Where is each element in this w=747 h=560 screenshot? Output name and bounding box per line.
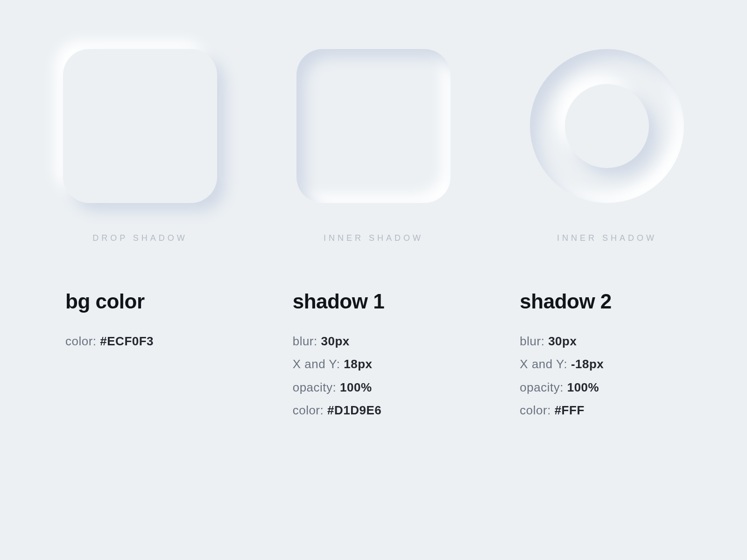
shape-example-pressed [294,47,453,205]
neumorphism-spec-sheet: DROP SHADOW INNER SHADOW INNER SHADOW bg… [0,0,747,560]
spec-shadow-2: shadow 2 blur: 30px X and Y: -18px opaci… [520,290,700,422]
spec-s1-xy: X and Y: 18px [293,353,473,376]
raised-square [63,49,217,203]
spec-label: opacity: [520,380,567,394]
spec-s2-color: color: #FFF [520,399,700,422]
shape-row: DROP SHADOW INNER SHADOW INNER SHADOW [47,47,700,243]
spec-value: #D1D9E6 [327,403,381,417]
drop-shadow-column: DROP SHADOW [47,47,233,243]
spec-s1-color: color: #D1D9E6 [293,399,473,422]
caption-drop-shadow: DROP SHADOW [92,233,188,243]
spec-s1-opacity: opacity: 100% [293,376,473,399]
spec-s2-blur: blur: 30px [520,330,700,353]
spec-label: color: [65,334,100,348]
spec-value: 18px [344,357,372,371]
spec-value: #FFF [555,403,585,417]
inner-shadow-square-column: INNER SHADOW [280,47,467,243]
spec-row: bg color color: #ECF0F3 shadow 1 blur: 3… [47,290,700,422]
spec-value: 30px [321,334,349,348]
inner-shadow-ring-column: INNER SHADOW [514,47,700,243]
spec-value: -18px [571,357,604,371]
spec-bg-color-line: color: #ECF0F3 [65,330,246,353]
ring-outer [530,49,684,203]
spec-label: X and Y: [293,357,344,371]
spec-label: X and Y: [520,357,571,371]
spec-bg-color: bg color color: #ECF0F3 [65,290,246,422]
spec-s1-title: shadow 1 [293,290,473,313]
spec-label: blur: [293,334,321,348]
spec-value: 100% [567,380,599,394]
caption-inner-shadow-2: INNER SHADOW [557,233,657,243]
spec-bg-title: bg color [65,290,246,313]
spec-value: 100% [340,380,372,394]
shape-example-raised [61,47,219,205]
spec-value: 30px [548,334,577,348]
shape-example-ring [528,47,686,205]
ring-hole [565,84,649,168]
spec-label: blur: [520,334,548,348]
pressed-square [296,49,451,203]
spec-s2-xy: X and Y: -18px [520,353,700,376]
spec-label: color: [520,403,554,417]
spec-s1-blur: blur: 30px [293,330,473,353]
caption-inner-shadow-1: INNER SHADOW [324,233,423,243]
spec-label: opacity: [293,380,340,394]
spec-s2-title: shadow 2 [520,290,700,313]
spec-label: color: [293,403,327,417]
spec-shadow-1: shadow 1 blur: 30px X and Y: 18px opacit… [293,290,473,422]
spec-s2-opacity: opacity: 100% [520,376,700,399]
spec-value: #ECF0F3 [100,334,154,348]
